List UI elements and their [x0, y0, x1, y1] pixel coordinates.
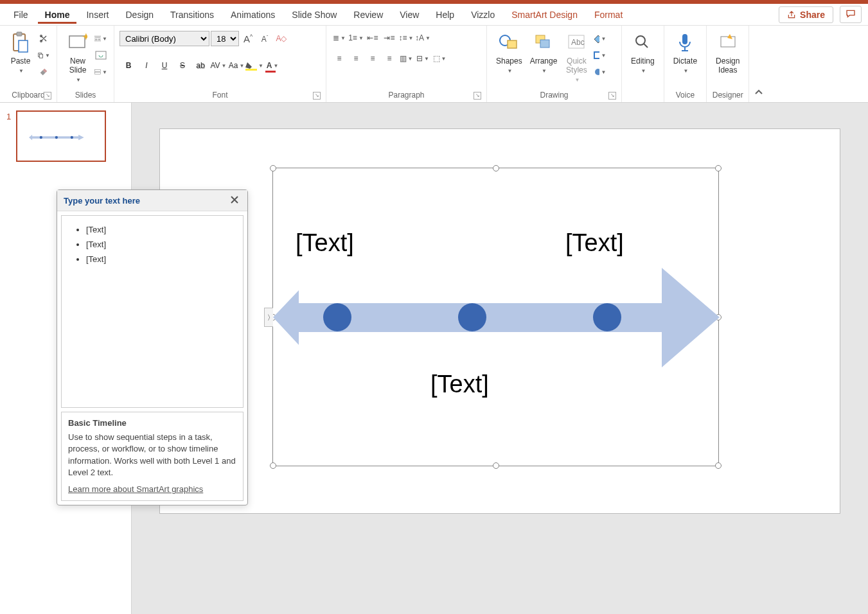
text-item[interactable]: [Text]: [86, 237, 234, 252]
clear-formatting-button[interactable]: A◇: [274, 31, 289, 46]
chevron-up-icon: [754, 88, 763, 97]
bold-button[interactable]: B: [120, 58, 137, 73]
font-launcher[interactable]: ↘: [313, 92, 321, 100]
shrink-font-button[interactable]: Aˇ: [257, 31, 272, 46]
slide-canvas[interactable]: 〉 [Text] [Text] [Text]: [159, 128, 840, 514]
clipboard-launcher[interactable]: ↘: [44, 92, 51, 100]
dictate-button[interactable]: Dictate▼: [669, 28, 701, 76]
tab-animations[interactable]: Animations: [224, 6, 282, 24]
change-case-button[interactable]: Aa▼: [227, 58, 245, 73]
tab-smartart-design[interactable]: SmartArt Design: [504, 6, 585, 24]
copy-icon: [37, 50, 44, 60]
tab-vizzlo[interactable]: Vizzlo: [464, 6, 502, 24]
editing-button[interactable]: Editing▼: [627, 28, 659, 76]
tab-file[interactable]: File: [6, 6, 35, 24]
smartart-text-1[interactable]: [Text]: [296, 229, 354, 257]
line-spacing-button[interactable]: ↕≡▼: [398, 31, 414, 45]
tab-home[interactable]: Home: [38, 6, 77, 24]
increase-font-icon: A^: [244, 33, 252, 44]
strikethrough-button[interactable]: S: [173, 58, 191, 73]
smartart-selection-box[interactable]: 〉 [Text] [Text] [Text]: [272, 168, 719, 466]
mic-icon: [678, 33, 692, 52]
text-pane-close-button[interactable]: [228, 194, 241, 207]
comment-icon: [846, 9, 856, 18]
font-color-button[interactable]: A▼: [263, 58, 281, 73]
tab-transitions[interactable]: Transitions: [163, 6, 221, 24]
chevron-down-icon: ▼: [76, 77, 81, 83]
align-center-button[interactable]: ≡: [348, 51, 364, 66]
text-item[interactable]: [Text]: [86, 222, 234, 237]
section-button[interactable]: ▼: [93, 64, 109, 80]
tab-view[interactable]: View: [393, 6, 426, 24]
bullets-icon: ≣: [333, 33, 339, 42]
tab-slideshow[interactable]: Slide Show: [285, 6, 344, 24]
paste-button[interactable]: Paste ▼: [5, 28, 36, 76]
highlight-button[interactable]: ▼: [245, 58, 263, 73]
design-ideas-label: Design Ideas: [716, 57, 740, 75]
text-pane-list[interactable]: [Text] [Text] [Text]: [61, 215, 244, 408]
svg-rect-21: [594, 52, 599, 58]
shape-effects-button[interactable]: ▼: [592, 64, 607, 80]
text-direction-button[interactable]: ↕A▼: [415, 31, 430, 45]
reset-button[interactable]: [93, 48, 109, 63]
design-ideas-button[interactable]: Design Ideas: [712, 28, 743, 77]
columns-button[interactable]: ▥▼: [398, 51, 414, 66]
tab-format[interactable]: Format: [587, 6, 630, 24]
learn-more-link[interactable]: Learn more about SmartArt graphics: [68, 484, 203, 495]
svg-point-22: [595, 69, 599, 75]
align-text-button[interactable]: ⊟▼: [415, 51, 430, 66]
svg-rect-2: [19, 40, 28, 52]
align-right-button[interactable]: ≡: [365, 51, 380, 66]
tab-help[interactable]: Help: [429, 6, 461, 24]
paragraph-launcher[interactable]: ↘: [474, 92, 481, 100]
decrease-indent-button[interactable]: ⇤≡: [365, 31, 380, 45]
quick-styles-button[interactable]: Abc Quick Styles▼: [561, 28, 592, 85]
justify-button[interactable]: ≡: [382, 51, 397, 66]
close-icon: [231, 196, 238, 204]
text-pane[interactable]: Type your text here [Text] [Text] [Text]…: [57, 189, 248, 505]
tab-insert[interactable]: Insert: [79, 6, 116, 24]
arrange-button[interactable]: Arrange▼: [526, 28, 562, 76]
char-spacing-button[interactable]: AV▼: [209, 58, 227, 73]
indent-icon: ⇥≡: [384, 33, 394, 42]
tab-design[interactable]: Design: [118, 6, 161, 24]
align-left-button[interactable]: ≡: [332, 51, 347, 66]
text-item[interactable]: [Text]: [86, 252, 234, 267]
convert-smartart-button[interactable]: ⬚▼: [432, 51, 447, 66]
font-size-select[interactable]: 18+: [211, 31, 239, 46]
timeline-arrow[interactable]: [273, 168, 720, 467]
clear-icon: A◇: [276, 34, 287, 43]
drawing-launcher[interactable]: ↘: [608, 92, 616, 100]
cut-button[interactable]: [36, 31, 51, 46]
new-slide-button[interactable]: ✦ New Slide ▼: [62, 28, 93, 85]
shadow-button[interactable]: ab: [191, 58, 209, 73]
increase-indent-button[interactable]: ⇥≡: [382, 31, 397, 45]
smartart-text-3[interactable]: [Text]: [430, 371, 489, 398]
text-pane-toggle[interactable]: 〉: [264, 308, 273, 327]
share-icon: [787, 10, 796, 19]
menubar: File Home Insert Design Transitions Anim…: [0, 4, 868, 26]
collapse-ribbon-button[interactable]: [749, 26, 768, 102]
grow-font-button[interactable]: A^: [240, 31, 256, 46]
slide-thumbnail[interactable]: [16, 110, 106, 162]
underline-button[interactable]: U: [155, 58, 173, 73]
shapes-button[interactable]: Shapes▼: [492, 28, 526, 76]
font-family-select[interactable]: Calibri (Body): [120, 31, 209, 46]
text-pane-footer: Basic Timeline Use to show sequential st…: [61, 412, 244, 501]
smartart-text-2[interactable]: [Text]: [565, 229, 624, 257]
share-button[interactable]: Share: [779, 6, 833, 23]
shape-fill-button[interactable]: ▼: [592, 31, 607, 46]
tab-review[interactable]: Review: [346, 6, 390, 24]
layout-button[interactable]: ▼: [93, 31, 109, 46]
copy-button[interactable]: ▼: [36, 48, 51, 63]
shape-outline-button[interactable]: ▼: [592, 48, 607, 63]
char-spacing-icon: AV: [210, 61, 220, 70]
format-painter-button[interactable]: [36, 64, 51, 80]
numbering-button[interactable]: 1≡▼: [348, 31, 364, 45]
group-label-drawing: Drawing: [540, 91, 568, 100]
bullets-button[interactable]: ≣▼: [332, 31, 347, 45]
group-clipboard: Paste ▼ ▼ Clipboard↘: [0, 26, 57, 102]
comments-button[interactable]: [840, 6, 862, 23]
svg-rect-18: [540, 40, 549, 48]
italic-button[interactable]: I: [137, 58, 155, 73]
